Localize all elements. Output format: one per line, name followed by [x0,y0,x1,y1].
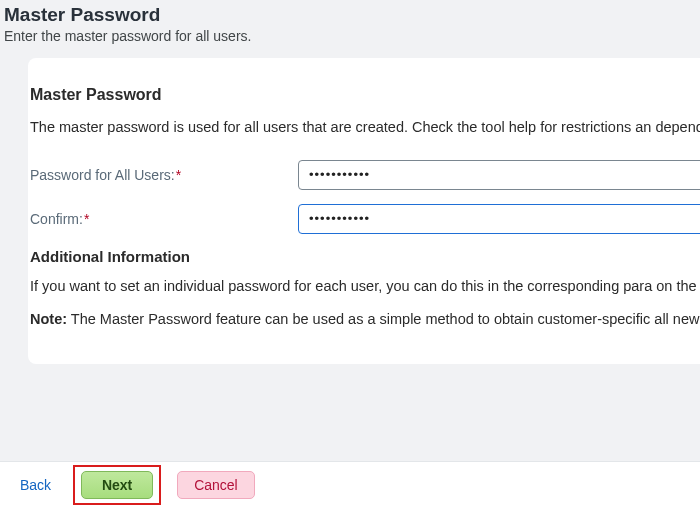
additional-note: Note: The Master Password feature can be… [30,310,700,330]
additional-title: Additional Information [30,248,700,265]
section-title: Master Password [30,86,700,104]
back-button[interactable]: Back [14,471,57,499]
footer-bar: Back Next Cancel [0,461,700,507]
confirm-row: Confirm:* [30,204,700,234]
page-header: Master Password Enter the master passwor… [0,0,700,54]
password-label: Password for All Users:* [30,167,298,183]
next-button[interactable]: Next [81,471,153,499]
next-highlight: Next [73,465,161,505]
password-input[interactable] [298,160,700,190]
confirm-label: Confirm:* [30,211,298,227]
section-text: The master password is used for all user… [30,118,700,138]
required-mark: * [176,167,181,183]
confirm-input[interactable] [298,204,700,234]
additional-para-1: If you want to set an individual passwor… [30,277,700,297]
required-mark: * [84,211,89,227]
main-card: Master Password The master password is u… [28,58,700,364]
cancel-button[interactable]: Cancel [177,471,255,499]
page-subtitle: Enter the master password for all users. [4,28,700,44]
page-title: Master Password [4,4,700,26]
password-row: Password for All Users:* [30,160,700,190]
